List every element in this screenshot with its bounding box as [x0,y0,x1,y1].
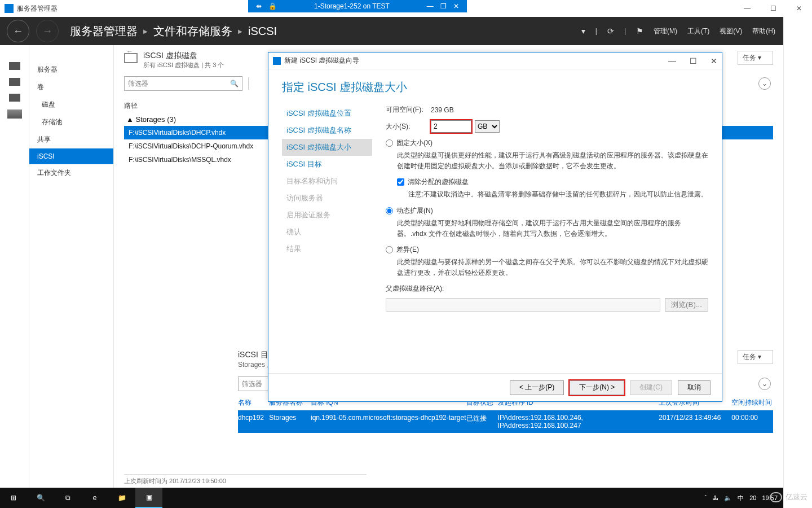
cancel-button[interactable]: 取消 [678,380,710,395]
sidebar-item-volumes[interactable]: 卷 [29,78,113,96]
wizard-minimize-button[interactable]: — [668,56,676,65]
watermark-icon [770,492,782,502]
refresh-icon[interactable]: ⟳ [607,27,614,36]
radio-fixed[interactable]: 固定大小(X) [386,138,708,148]
radio-dynamic[interactable]: 动态扩展(N) [386,206,708,216]
taskbar-servermanager-icon[interactable]: ▣ [135,488,162,508]
wizard-step-disabled: 访问服务器 [282,190,372,207]
task-view-icon[interactable]: ⧉ [54,488,81,508]
wizard-step-disabled: 确认 [282,224,372,240]
narrow-nav [0,45,29,488]
next-button[interactable]: 下一步(N) > [570,380,624,395]
sidebar: 服务器 卷 磁盘 存储池 共享 iSCSI 工作文件夹 [29,45,114,488]
nav-icon-file-storage[interactable] [7,110,22,119]
diff-desc: 此类型的磁盘与要保持原样的另一个磁盘之间存在父子关系。你可以在不影响父磁盘的情况… [397,257,708,278]
tray-network-icon[interactable]: 🖧 [712,494,718,501]
flag-icon[interactable]: ⚑ [636,27,643,36]
wizard-heading: 指定 iSCSI 虚拟磁盘大小 [268,69,722,100]
tray-ime[interactable]: 中 [738,494,744,502]
outer-minimize-button[interactable]: — [734,0,760,17]
pane-subtitle: 所有 iSCSI 虚拟磁盘 | 共 3 个 [143,61,224,69]
breadcrumb-root[interactable]: 服务器管理器 [70,24,138,39]
tray-up-icon[interactable]: ˆ [705,494,707,501]
wizard-close-button[interactable]: ✕ [710,56,717,65]
wizard-step-current[interactable]: iSCSI 虚拟磁盘大小 [282,139,372,156]
rdp-pin-icon[interactable]: ⇹ [253,2,265,10]
chevron-right-icon: ▶ [143,28,148,34]
col-name[interactable]: 名称 [238,398,269,408]
prev-button[interactable]: < 上一步(P) [510,380,564,395]
sidebar-item-workfolders[interactable]: 工作文件夹 [29,164,113,182]
outer-maximize-button[interactable]: ☐ [760,0,786,17]
size-label: 大小(S): [386,122,431,132]
sidebar-item-shares[interactable]: 共享 [29,131,113,148]
wizard-step-disabled: 启用验证服务 [282,207,372,224]
create-button: 创建(C) [630,380,672,395]
rdp-close-icon[interactable]: ✕ [450,2,462,10]
nav-icon-all[interactable] [9,94,20,102]
pane-header-icon [124,53,138,63]
outer-window-title: 服务器管理器 [17,4,58,14]
taskbar-search-icon[interactable]: 🔍 [27,488,54,508]
wizard-step[interactable]: iSCSI 目标 [282,156,372,173]
rdp-minimize-icon[interactable]: — [423,2,437,10]
rdp-lock-icon[interactable]: 🔒 [265,2,280,10]
sidebar-item-iscsi[interactable]: iSCSI [29,148,113,164]
menu-help[interactable]: 帮助(H) [752,27,775,36]
breadcrumb: 服务器管理器 ▶ 文件和存储服务 ▶ iSCSI [70,24,277,39]
filter-input-box[interactable]: 🔍 [124,76,242,91]
clear-checkbox[interactable] [397,178,404,186]
filter-input[interactable] [128,80,230,87]
pane-title: iSCSI 虚拟磁盘 [143,51,224,61]
search-icon[interactable]: 🔍 [230,80,239,87]
start-button[interactable]: ⊞ [0,488,27,508]
size-unit-select[interactable]: GB [475,120,500,133]
divider: | [595,27,597,35]
dynamic-desc: 此类型的磁盘可更好地利用物理存储空间，建议用于运行不占用大量磁盘空间的应用程序的… [397,218,708,239]
size-input[interactable] [431,120,471,133]
iscsi-wizard-dialog: 新建 iSCSI 虚拟磁盘向导 — ☐ ✕ 指定 iSCSI 虚拟磁盘大小 iS… [268,52,722,402]
fixed-desc: 此类型的磁盘可提供更好的性能，建议用于运行具有高级别磁盘活动的应用程序的服务器。… [397,150,708,172]
wizard-step[interactable]: iSCSI 虚拟磁盘名称 [282,122,372,139]
nav-back-button[interactable]: ← [7,20,29,42]
taskbar: ⊞ 🔍 ⧉ e 📁 ▣ ˆ 🖧 🔈 中 20 19:57 [0,488,783,508]
breadcrumb-1[interactable]: 文件和存储服务 [153,24,232,39]
target-tasks-dropdown[interactable]: 任务 ▾ [738,350,773,364]
watermark: 亿速云 [770,492,807,502]
rdp-restore-icon[interactable]: ❐ [437,2,450,10]
radio-diff[interactable]: 差异(E) [386,245,708,255]
tray-num: 20 [749,494,756,501]
col-idle[interactable]: 空闲持续时间 [731,398,773,408]
sidebar-item-servers[interactable]: 服务器 [29,61,113,78]
menu-view[interactable]: 视图(V) [720,27,742,36]
last-refresh-label: 上次刷新时间为 2017/12/23 19:50:00 [124,474,367,488]
tray-volume-icon[interactable]: 🔈 [724,494,732,502]
target-expand-toggle[interactable]: ⌄ [758,378,771,390]
breadcrumb-2[interactable]: iSCSI [248,25,277,38]
chevron-down-icon[interactable]: ▾ [581,27,585,36]
target-table-row[interactable]: dhcp192 Storages iqn.1991-05.com.microso… [238,410,773,433]
chevron-right-icon: ▶ [238,28,242,34]
expand-toggle-button[interactable]: ⌄ [758,77,771,90]
menu-manage[interactable]: 管理(M) [654,27,677,36]
nav-icon-local[interactable] [9,78,20,86]
taskbar-explorer-icon[interactable]: 📁 [108,488,135,508]
divider: | [624,27,626,35]
parent-path-label: 父虚拟磁盘路径(A): [386,284,708,294]
wizard-maximize-button[interactable]: ☐ [690,56,697,65]
parent-path-input [386,298,660,312]
sidebar-item-pools[interactable]: 存储池 [29,113,113,131]
nav-forward-button[interactable]: → [36,20,59,42]
outer-close-button[interactable]: ✕ [786,0,812,17]
taskbar-ie-icon[interactable]: e [81,488,108,508]
menu-tools[interactable]: 工具(T) [687,27,709,36]
nav-icon-dashboard[interactable] [9,62,20,70]
clear-label: 清除分配的虚拟磁盘 [408,177,469,187]
wizard-step[interactable]: iSCSI 虚拟磁盘位置 [282,105,372,122]
wizard-step-disabled: 结果 [282,240,372,257]
tasks-dropdown[interactable]: 任务 ▾ [738,51,773,65]
rdp-connection-bar: ⇹ 🔒 1-Storage1-252 on TEST — ❐ ✕ [248,0,467,12]
right-edge-strip [783,17,812,508]
sidebar-item-disks[interactable]: 磁盘 [29,96,113,113]
wizard-title: 新建 iSCSI 虚拟磁盘向导 [284,56,359,65]
